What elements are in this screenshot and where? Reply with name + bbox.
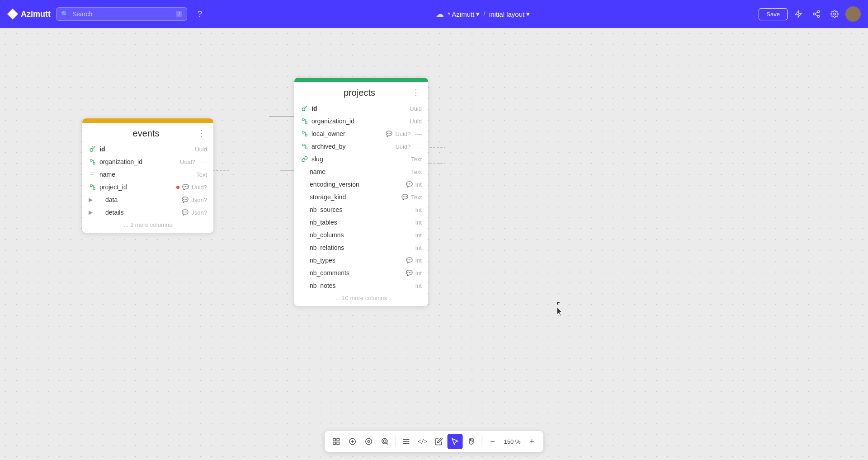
- edit-button[interactable]: [431, 434, 447, 449]
- comment-icon: 💬: [182, 184, 189, 190]
- svg-point-6: [834, 13, 836, 15]
- key-icon: [89, 145, 97, 153]
- table-row: encoding_version 💬 Int: [294, 178, 428, 191]
- pan-button[interactable]: [464, 434, 479, 449]
- svg-rect-26: [305, 147, 307, 149]
- col-type: Int: [415, 270, 422, 277]
- events-menu-button[interactable]: ⋮: [195, 127, 207, 139]
- settings-button[interactable]: [827, 7, 842, 21]
- avatar[interactable]: [845, 6, 861, 22]
- search-box[interactable]: 🔍 Search /: [56, 7, 187, 21]
- str-icon: [89, 170, 97, 178]
- fk-icon: [89, 183, 97, 191]
- col-name: id: [311, 105, 407, 112]
- col-type: Uuid?: [395, 143, 410, 150]
- svg-point-36: [368, 441, 370, 443]
- str-icon: [301, 206, 307, 214]
- table-row: nb_notes Int: [294, 279, 428, 292]
- add-circle-icon: [349, 437, 357, 446]
- table-row: nb_columns Int: [294, 229, 428, 241]
- project-dropdown-icon: ▾: [476, 10, 480, 18]
- svg-line-5: [815, 12, 817, 14]
- col-type: Text: [411, 194, 422, 201]
- fk-icon: [89, 158, 97, 166]
- table-row: name Text: [294, 165, 428, 178]
- str-icon: [301, 218, 307, 226]
- svg-rect-23: [302, 131, 304, 133]
- col-name: slug: [311, 155, 408, 163]
- svg-marker-27: [557, 307, 562, 316]
- red-dot: [176, 186, 179, 189]
- table-row: organization_id Uuid? ----: [82, 155, 213, 168]
- col-name: nb_sources: [310, 206, 413, 213]
- help-button[interactable]: ?: [193, 7, 207, 21]
- svg-point-38: [383, 440, 386, 442]
- fit-view-button[interactable]: [329, 434, 344, 449]
- table-row: nb_relations Int: [294, 241, 428, 254]
- table-row: nb_tables Int: [294, 216, 428, 229]
- col-type: Text: [196, 171, 207, 178]
- projects-menu-button[interactable]: ⋮: [410, 87, 422, 99]
- col-name: nb_tables: [310, 219, 413, 226]
- comment-icon: 💬: [386, 131, 392, 137]
- code-button[interactable]: </>: [415, 434, 430, 449]
- add-note-button[interactable]: [361, 434, 377, 449]
- col-name: id: [99, 146, 192, 153]
- col-type: Int: [415, 244, 422, 251]
- svg-line-4: [815, 14, 817, 16]
- right-actions: Save: [759, 6, 861, 22]
- dashed-right: ----: [415, 144, 422, 149]
- col-name: organization_id: [99, 158, 177, 165]
- layout-icon: [402, 437, 410, 446]
- svg-point-2: [813, 13, 816, 15]
- find-button[interactable]: [377, 434, 393, 449]
- col-type: Int: [415, 207, 422, 213]
- col-type: Uuid: [195, 146, 207, 153]
- table-row: local_owner 💬 Uuid? ----: [294, 127, 428, 140]
- str-icon: [301, 269, 307, 277]
- svg-rect-30: [337, 442, 339, 445]
- share-button[interactable]: [809, 7, 824, 21]
- search-shortcut: /: [176, 11, 182, 17]
- svg-rect-31: [333, 442, 335, 445]
- col-name: nb_notes: [310, 282, 413, 289]
- col-name: nb_relations: [310, 244, 413, 251]
- zoom-in-button[interactable]: +: [524, 434, 539, 449]
- col-type: Json?: [191, 197, 207, 203]
- code-icon: </>: [418, 438, 428, 445]
- json-icon: [96, 196, 103, 204]
- projects-table: projects ⋮ id Uuid organization_id Uuid …: [294, 78, 428, 306]
- dashed-connector-indicator: ----: [200, 159, 207, 165]
- logo-diamond-icon: [7, 9, 18, 19]
- svg-point-35: [366, 438, 372, 445]
- canvas[interactable]: events ⋮ id Uuid organization_id Uuid? -…: [0, 28, 868, 460]
- table-row: project_id 💬 Uuid?: [82, 181, 213, 193]
- bolt-button[interactable]: [791, 7, 806, 21]
- col-name: name: [310, 168, 408, 175]
- add-node-button[interactable]: [345, 434, 360, 449]
- select-button[interactable]: [448, 434, 463, 449]
- str-icon: [301, 168, 307, 176]
- table-row: id Uuid: [82, 143, 213, 155]
- zoom-out-button[interactable]: −: [485, 434, 500, 449]
- svg-rect-25: [302, 144, 304, 146]
- col-name: organization_id: [311, 117, 407, 125]
- layout-dropdown-icon: ▾: [526, 10, 530, 18]
- layout-name-button[interactable]: initial layout ▾: [489, 10, 530, 18]
- table-row: nb_types 💬 Int: [294, 254, 428, 267]
- gear-icon: [830, 10, 839, 18]
- hand-icon: [467, 437, 476, 446]
- str-icon: [301, 231, 307, 239]
- comment-icon: 💬: [401, 194, 408, 200]
- project-name-button[interactable]: * Azimutt ▾: [448, 10, 480, 18]
- key-icon: [301, 104, 309, 113]
- projects-table-title: projects: [309, 88, 410, 98]
- layout-button[interactable]: [399, 434, 414, 449]
- svg-rect-22: [305, 122, 307, 123]
- save-button[interactable]: Save: [759, 8, 788, 20]
- more-columns: ... 2 more columns: [82, 219, 213, 233]
- col-type: Int: [415, 181, 422, 188]
- comment-icon: 💬: [406, 257, 413, 263]
- svg-line-39: [387, 443, 388, 444]
- col-name: data: [105, 196, 179, 203]
